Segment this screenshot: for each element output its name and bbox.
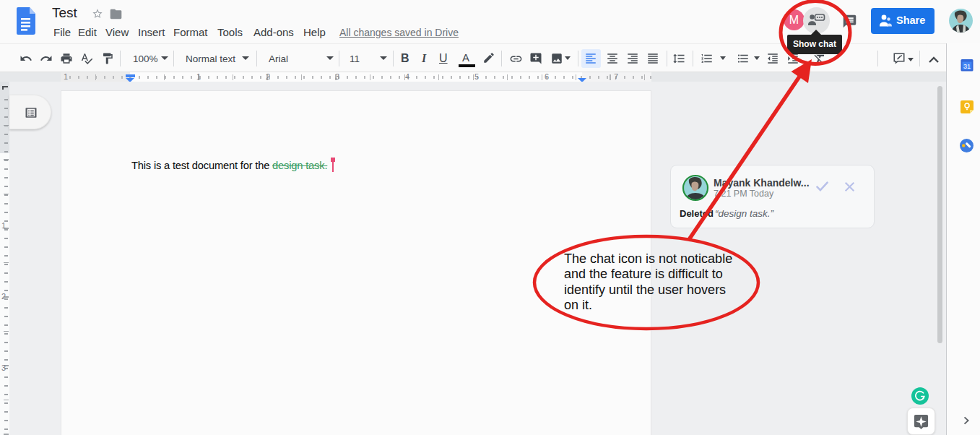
svg-text:31: 31	[963, 63, 971, 70]
